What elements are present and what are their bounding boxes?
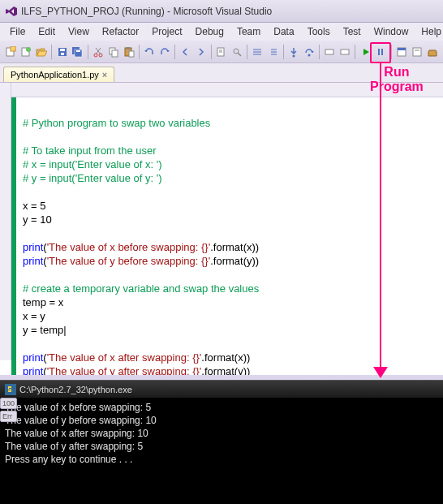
svg-point-29 <box>308 54 310 56</box>
undo-button[interactable] <box>143 43 157 61</box>
window-titlebar: ILFS_PYTHON_PROJ (Running) - Microsoft V… <box>0 0 443 23</box>
uncomment-button[interactable] <box>266 43 280 61</box>
close-tab-icon[interactable]: × <box>102 70 107 80</box>
solution-platform-button[interactable] <box>338 43 352 61</box>
comment-button[interactable] <box>251 43 265 61</box>
side-tabs: 100 Err <box>0 398 17 424</box>
menu-file[interactable]: File <box>3 24 32 39</box>
menu-edit[interactable]: Edit <box>32 24 62 39</box>
annotation-arrowhead <box>373 367 388 378</box>
menu-tools[interactable]: Tools <box>301 24 337 39</box>
pause-button[interactable] <box>374 43 388 61</box>
new-project-button[interactable] <box>4 43 18 61</box>
console-output[interactable]: The value of x before swapping: 5 The va… <box>0 398 443 469</box>
svg-rect-6 <box>61 53 64 55</box>
console-titlebar: C:\Python2.7_32\python.exe <box>0 380 443 398</box>
menu-view[interactable]: View <box>62 24 96 39</box>
menu-debug[interactable]: Debug <box>189 24 230 39</box>
svg-rect-30 <box>325 50 333 54</box>
nav-back-button[interactable] <box>178 43 192 61</box>
annotation-label: Run Program <box>370 65 424 94</box>
menu-team[interactable]: Team <box>230 24 267 39</box>
svg-rect-1 <box>11 46 15 51</box>
find-button[interactable] <box>230 43 243 61</box>
tab-label: PythonApplication1.py <box>11 70 99 80</box>
svg-rect-5 <box>60 49 65 51</box>
svg-rect-16 <box>129 51 134 57</box>
menu-help[interactable]: Help <box>415 24 443 39</box>
svg-rect-32 <box>378 49 380 55</box>
window-title: ILFS_PYTHON_PROJ (Running) - Microsoft V… <box>21 6 272 17</box>
svg-point-3 <box>26 47 31 52</box>
vs-logo-icon <box>5 5 18 18</box>
properties-button[interactable] <box>410 43 424 61</box>
step-over-button[interactable] <box>302 43 316 61</box>
svg-rect-36 <box>413 48 421 56</box>
svg-rect-35 <box>398 48 406 50</box>
open-button[interactable] <box>35 43 49 61</box>
annotation-arrow <box>380 63 381 370</box>
side-tab-err[interactable]: Err <box>0 411 17 422</box>
code-editor[interactable]: # Python program to swap two variables #… <box>0 97 443 375</box>
copy-button[interactable] <box>106 43 120 61</box>
nav-fwd-button[interactable] <box>194 43 208 61</box>
find-in-files-button[interactable] <box>215 43 229 61</box>
menu-project[interactable]: Project <box>145 24 188 39</box>
menu-refactor[interactable]: Refactor <box>96 24 145 39</box>
svg-rect-33 <box>381 49 383 55</box>
svg-rect-31 <box>341 50 349 54</box>
svg-line-21 <box>238 53 241 56</box>
toolbar <box>0 41 443 63</box>
svg-rect-9 <box>76 50 80 52</box>
paste-button[interactable] <box>122 43 135 61</box>
cut-button[interactable] <box>92 43 105 61</box>
svg-rect-13 <box>112 50 118 57</box>
redo-button[interactable] <box>158 43 172 61</box>
add-item-button[interactable] <box>19 43 33 61</box>
menubar: File Edit View Refactor Project Debug Te… <box>0 23 443 41</box>
step-into-button[interactable] <box>286 43 300 61</box>
run-button[interactable] <box>359 43 372 61</box>
menu-data[interactable]: Data <box>267 24 300 39</box>
solution-explorer-button[interactable] <box>395 43 409 61</box>
svg-rect-15 <box>127 47 130 50</box>
editor-tab[interactable]: PythonApplication1.py × <box>3 67 114 82</box>
toolbox-button[interactable] <box>425 43 439 61</box>
console-panel: C:\Python2.7_32\python.exe The value of … <box>0 380 443 504</box>
svg-point-28 <box>292 54 295 57</box>
editor-margin <box>0 83 11 360</box>
solution-config-button[interactable] <box>323 43 337 61</box>
side-tab-100[interactable]: 100 <box>0 398 17 409</box>
menu-window[interactable]: Window <box>368 24 415 39</box>
python-icon <box>5 384 16 395</box>
menu-test[interactable]: Test <box>337 24 368 39</box>
save-button[interactable] <box>55 43 69 61</box>
console-title-text: C:\Python2.7_32\python.exe <box>19 385 132 394</box>
save-all-button[interactable] <box>71 43 84 61</box>
